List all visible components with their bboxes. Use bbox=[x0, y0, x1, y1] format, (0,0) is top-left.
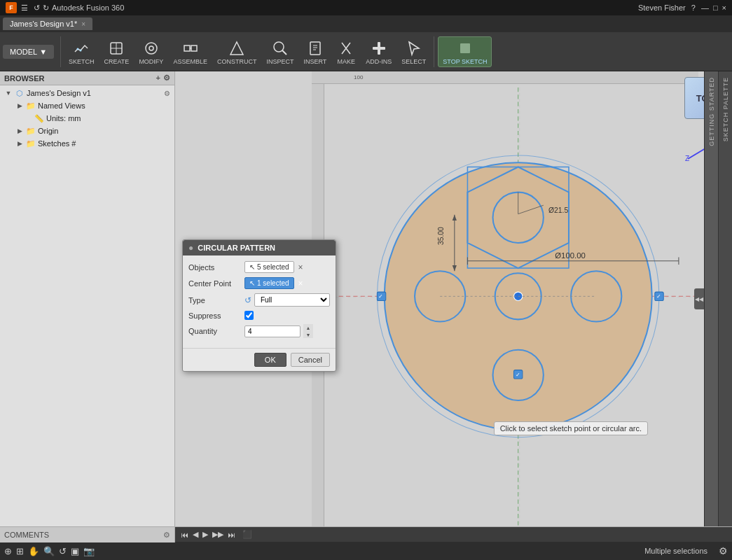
design-tab[interactable]: James's Design v1* × bbox=[3, 18, 92, 30]
win-max[interactable]: □ bbox=[713, 4, 718, 12]
getting-started-panel[interactable]: GETTING STARTED bbox=[704, 71, 718, 526]
browser-expand[interactable]: + bbox=[156, 74, 160, 83]
suppress-checkbox[interactable] bbox=[244, 311, 254, 320]
svg-rect-18 bbox=[373, 47, 385, 50]
toolbar-make[interactable]: MAKE bbox=[332, 37, 360, 66]
toolbar-select[interactable]: SELECT bbox=[397, 37, 430, 66]
app-icon: F bbox=[6, 2, 17, 13]
win-min[interactable]: — bbox=[701, 4, 709, 12]
sketch-palette-btn[interactable]: SKETCH PALETTE bbox=[721, 71, 731, 147]
objects-select-btn[interactable]: ↖ 5 selected bbox=[244, 261, 294, 273]
modify-label: MODIFY bbox=[139, 58, 163, 65]
h-ruler-text: 100 bbox=[354, 74, 363, 80]
camera-icon[interactable]: 📷 bbox=[83, 546, 95, 556]
sketches-folder-icon: 📁 bbox=[26, 139, 36, 148]
sketch-icon bbox=[71, 38, 91, 58]
display-icon[interactable]: ▣ bbox=[71, 546, 79, 556]
center-point-select-btn[interactable]: ↖ 1 selected bbox=[244, 277, 294, 289]
center-point-clear-btn[interactable]: × bbox=[297, 279, 305, 288]
type-select[interactable]: Full Symmetric bbox=[254, 293, 330, 307]
svg-rect-8 bbox=[191, 46, 197, 51]
undo-btn[interactable]: ↺ bbox=[34, 4, 40, 13]
svg-text:Ø21.5: Ø21.5 bbox=[548, 206, 568, 214]
win-close[interactable]: × bbox=[722, 4, 726, 12]
tree-sketches[interactable]: ▶ 📁 Sketches # bbox=[1, 137, 173, 150]
canvas-area[interactable]: 35.00 100 bbox=[175, 71, 732, 526]
comments-settings[interactable]: ⚙ bbox=[163, 531, 170, 540]
snap-icon[interactable]: ⊞ bbox=[16, 546, 24, 556]
svg-text:35.00: 35.00 bbox=[437, 227, 445, 245]
svg-rect-13 bbox=[310, 42, 320, 55]
units-label: Units: mm bbox=[46, 114, 81, 122]
objects-count: 5 selected bbox=[257, 263, 289, 271]
model-btn[interactable]: MODEL ▼ bbox=[3, 45, 54, 59]
suppress-label: Suppress bbox=[188, 312, 244, 320]
timeline-next[interactable]: ▶▶ bbox=[212, 530, 223, 539]
quantity-input[interactable] bbox=[244, 326, 301, 337]
origin-icon-status[interactable]: ⊕ bbox=[4, 546, 12, 556]
toolbar-sep-2 bbox=[434, 36, 434, 67]
getting-started-btn[interactable]: GETTING STARTED bbox=[707, 71, 717, 152]
model-label: MODEL bbox=[10, 48, 37, 56]
named-views-arrow: ▶ bbox=[15, 102, 24, 110]
canvas-svg[interactable]: Ø100.00 Ø21.5 ✓ ✓ ✓ 35.00 bbox=[324, 84, 732, 526]
status-bar: ⊕ ⊞ ✋ 🔍 ↺ ▣ 📷 Multiple selections ⚙ bbox=[0, 542, 732, 560]
toolbar-sep-1 bbox=[60, 36, 61, 67]
toolbar-construct[interactable]: CONSTRUCT bbox=[213, 37, 261, 66]
svg-text:✓: ✓ bbox=[516, 372, 520, 378]
quantity-label: Quantity bbox=[188, 327, 244, 335]
panel-collapse-left[interactable]: ◀◀ bbox=[694, 288, 704, 309]
root-settings[interactable]: ⚙ bbox=[164, 90, 170, 97]
toolbar-inspect[interactable]: INSPECT bbox=[262, 37, 298, 66]
center-point-value: ↖ 1 selected × bbox=[244, 277, 330, 289]
root-arrow: ▼ bbox=[4, 89, 13, 97]
svg-text:✓: ✓ bbox=[656, 293, 661, 300]
tab-close[interactable]: × bbox=[81, 20, 85, 28]
toolbar-sketch[interactable]: SKETCH bbox=[64, 37, 99, 66]
inspect-icon bbox=[270, 38, 290, 58]
ok-button[interactable]: OK bbox=[254, 353, 286, 367]
comments-label: COMMENTS bbox=[4, 531, 49, 539]
type-row: Type ↺ Full Symmetric bbox=[188, 293, 330, 307]
timeline-prev[interactable]: ◀ bbox=[193, 530, 198, 539]
menu-file[interactable]: ☰ bbox=[21, 4, 28, 13]
browser-settings[interactable]: ⚙ bbox=[163, 74, 170, 83]
sketch-palette-panel[interactable]: SKETCH PALETTE bbox=[718, 71, 732, 526]
pan-icon[interactable]: ✋ bbox=[28, 546, 39, 556]
orbit-icon[interactable]: ↺ bbox=[59, 546, 67, 556]
dialog-title: CIRCULAR PATTERN bbox=[198, 244, 275, 252]
select-icon bbox=[404, 38, 424, 58]
timeline-start[interactable]: ⏮ bbox=[181, 531, 188, 539]
toolbar-addins[interactable]: ADD-INS bbox=[361, 37, 396, 66]
quantity-row: Quantity ▲ ▼ bbox=[188, 324, 330, 338]
units-icon: 📏 bbox=[34, 113, 44, 123]
qty-up-btn[interactable]: ▲ bbox=[303, 324, 313, 331]
toolbar-insert[interactable]: INSERT bbox=[299, 37, 331, 66]
timeline-end[interactable]: ⏭ bbox=[228, 531, 235, 539]
tree-origin[interactable]: ▶ 📁 Origin bbox=[1, 125, 173, 137]
objects-clear-btn[interactable]: × bbox=[297, 262, 305, 272]
zoom-icon[interactable]: 🔍 bbox=[43, 546, 55, 556]
qty-down-btn[interactable]: ▼ bbox=[303, 331, 313, 338]
redo-btn[interactable]: ↻ bbox=[43, 4, 49, 13]
tree-root[interactable]: ▼ ⬡ James's Design v1 ⚙ bbox=[1, 87, 173, 99]
help-btn[interactable]: ? bbox=[691, 4, 696, 12]
root-icon: ⬡ bbox=[15, 88, 25, 98]
center-point-row: Center Point ↖ 1 selected × bbox=[188, 277, 330, 289]
tree-named-views[interactable]: ▶ 📁 Named Views bbox=[1, 99, 173, 112]
named-views-label: Named Views bbox=[38, 102, 85, 110]
toolbar-stop-sketch[interactable]: STOP SKETCH bbox=[438, 36, 492, 67]
toolbar-assemble[interactable]: ASSEMBLE bbox=[169, 37, 212, 66]
timeline-play[interactable]: ▶ bbox=[202, 530, 208, 539]
type-icon: ↺ bbox=[244, 295, 251, 305]
inspect-label: INSPECT bbox=[266, 58, 294, 65]
status-left: ⊕ ⊞ ✋ 🔍 ↺ ▣ 📷 bbox=[4, 546, 95, 556]
cancel-button[interactable]: Cancel bbox=[291, 353, 330, 367]
settings-icon[interactable]: ⚙ bbox=[719, 545, 728, 556]
toolbar-create[interactable]: CREATE bbox=[100, 37, 134, 66]
timeline-record[interactable]: ⬛ bbox=[242, 530, 252, 539]
svg-line-57 bbox=[688, 148, 705, 159]
toolbar-modify[interactable]: MODIFY bbox=[134, 37, 167, 66]
multiple-selections-label: Multiple selections bbox=[644, 547, 707, 555]
tree-units[interactable]: 📏 Units: mm bbox=[1, 112, 173, 125]
